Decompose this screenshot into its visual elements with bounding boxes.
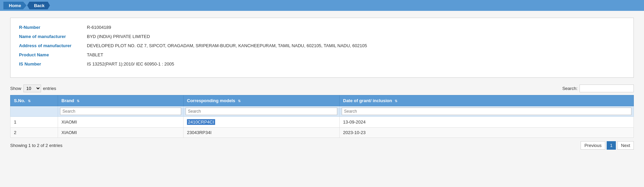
show-label: Show [10,86,21,91]
col-header-sno[interactable]: S.No. ⇅ [11,95,58,106]
table-section: Show 10 25 50 100 entries Search: S.No. … [10,85,634,150]
is-number-value: IS 13252(PART 1):2010/ IEC 60950-1 : 200… [87,61,174,67]
manufacturer-address-label: Address of manufacturer [19,43,87,48]
global-search-input[interactable] [580,85,634,92]
rnum-row: R-Number R-61004189 [19,25,625,30]
show-entries-control: Show 10 25 50 100 entries [10,85,56,92]
manufacturer-name-row: Name of manufacturer BYD (INDIA) PRIVATE… [19,34,625,39]
search-label: Search: [562,86,577,91]
col-sno-label: S.No. [14,98,25,103]
is-number-label: IS Number [19,61,87,67]
rnum-value: R-61004189 [87,25,111,30]
page-1-button[interactable]: 1 [607,141,616,150]
rnum-label: R-Number [19,25,87,30]
sort-arrows-date: ⇅ [395,99,397,103]
pagination-buttons: Previous 1 Next [581,141,634,150]
table-body: 1 XIAOMI 2410CRP4CI 13-09-2024 2 XIAOMI … [11,117,634,138]
back-button[interactable]: Back [27,2,50,10]
col-header-brand[interactable]: Brand ⇅ [58,95,184,106]
manufacturer-address-value: DEVELOPED PLOT NO. OZ 7, SIPCOT, ORAGADA… [87,43,367,48]
cell-models-1: 2410CRP4CI [184,117,340,128]
cell-sno-1: 1 [11,117,58,128]
col-header-date[interactable]: Date of grant/ inclusion ⇅ [340,95,634,106]
manufacturer-address-row: Address of manufacturer DEVELOPED PLOT N… [19,43,625,48]
previous-button[interactable]: Previous [581,141,605,150]
search-cell-date [340,106,634,117]
cell-sno-2: 2 [11,128,58,138]
manufacturer-name-label: Name of manufacturer [19,34,87,39]
pagination-row: Showing 1 to 2 of 2 entries Previous 1 N… [10,141,634,150]
entries-label: entries [43,86,56,91]
is-number-row: IS Number IS 13252(PART 1):2010/ IEC 609… [19,61,625,67]
info-card: R-Number R-61004189 Name of manufacturer… [10,18,634,78]
models-highlighted-1: 2410CRP4CI [187,119,215,125]
product-name-label: Product Name [19,52,87,57]
col-header-models[interactable]: Corresponding models ⇅ [184,95,340,106]
data-table: S.No. ⇅ Brand ⇅ Corresponding models ⇅ D… [10,95,634,138]
product-name-row: Product Name TABLET [19,52,625,57]
global-search-container: Search: [562,85,634,92]
col-models-label: Corresponding models [187,98,235,103]
home-button[interactable]: Home [3,2,26,10]
table-row: 1 XIAOMI 2410CRP4CI 13-09-2024 [11,117,634,128]
entries-select[interactable]: 10 25 50 100 [23,85,41,92]
navbar: Home Back [0,0,644,11]
col-date-label: Date of grant/ inclusion [343,98,392,103]
cell-date-1: 13-09-2024 [340,117,634,128]
cell-date-2: 2023-10-23 [340,128,634,138]
col-brand-label: Brand [61,98,74,103]
brand-search-input[interactable] [60,108,181,115]
cell-models-2: 23043RP34I [184,128,340,138]
showing-entries-text: Showing 1 to 2 of 2 entries [10,143,62,148]
search-cell-models [184,106,340,117]
date-search-input[interactable] [342,108,631,115]
search-cell-sno [11,106,58,117]
table-header-row: S.No. ⇅ Brand ⇅ Corresponding models ⇅ D… [11,95,634,106]
table-row: 2 XIAOMI 23043RP34I 2023-10-23 [11,128,634,138]
models-search-input[interactable] [186,108,337,115]
next-button[interactable]: Next [617,141,634,150]
sort-arrows-sno: ⇅ [28,99,31,103]
search-cell-brand [58,106,184,117]
cell-brand-2: XIAOMI [58,128,184,138]
table-search-row [11,106,634,117]
sort-arrows-models: ⇅ [238,99,241,103]
manufacturer-name-value: BYD (INDIA) PRIVATE LIMITED [87,34,150,39]
sort-arrows-brand: ⇅ [77,99,79,103]
product-name-value: TABLET [87,52,103,57]
cell-brand-1: XIAOMI [58,117,184,128]
table-controls: Show 10 25 50 100 entries Search: [10,85,634,92]
